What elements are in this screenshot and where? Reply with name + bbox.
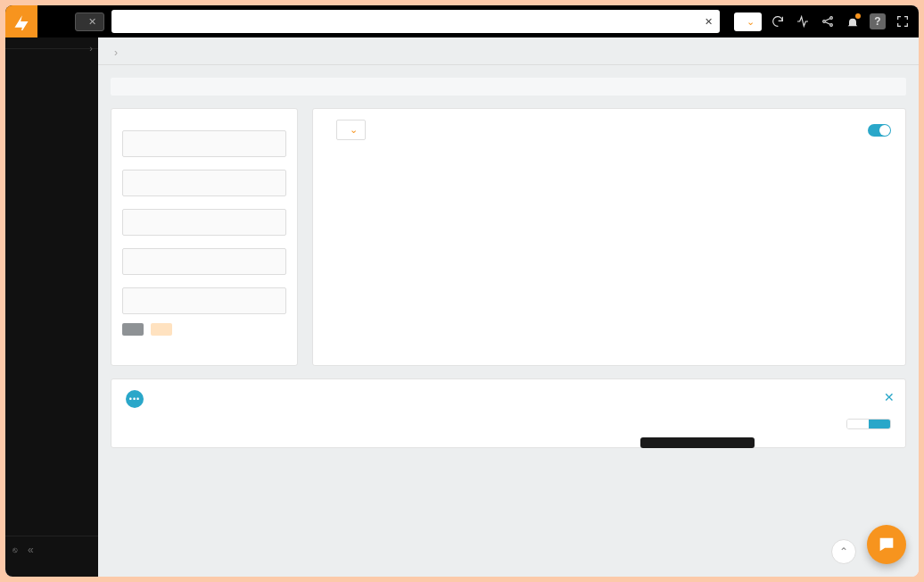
host-search-input[interactable]: ✕: [111, 10, 720, 33]
refresh-icon[interactable]: [769, 12, 787, 30]
filter-input-querytext[interactable]: [122, 130, 286, 157]
chevron-down-icon: ⌄: [350, 124, 358, 136]
svg-point-1: [830, 17, 833, 20]
bell-icon[interactable]: [844, 12, 862, 30]
main-content: ›: [98, 37, 919, 577]
close-icon[interactable]: ✕: [884, 390, 895, 404]
sidebar: › ⎋ «: [5, 37, 98, 577]
env-selector[interactable]: ›: [5, 37, 98, 49]
apply-button[interactable]: [151, 323, 172, 336]
chat-icon[interactable]: [867, 525, 906, 564]
time-range-select[interactable]: ⌄: [734, 12, 762, 31]
svg-point-2: [830, 24, 833, 27]
chart-tooltip: [640, 437, 755, 448]
filter-input-db[interactable]: [122, 209, 286, 236]
brand-logo[interactable]: [5, 5, 37, 37]
filter-input-user[interactable]: [122, 248, 286, 275]
host-filter-pill[interactable]: ✕: [75, 12, 104, 31]
copyright: [12, 561, 91, 570]
tabs: [98, 64, 919, 65]
signout-icon: ⎋: [12, 545, 17, 554]
live-icon[interactable]: [794, 12, 812, 30]
sample-info-panel: ✕ •••: [111, 378, 906, 448]
clear-icon[interactable]: ✕: [705, 16, 713, 28]
help-icon[interactable]: ?: [869, 12, 887, 30]
scroll-top-icon[interactable]: ⌃: [831, 539, 856, 564]
chart-x-axis: [327, 337, 891, 340]
show-samples-toggle[interactable]: [868, 124, 891, 137]
chart-panel: ⌄: [312, 108, 906, 366]
seg-table[interactable]: [847, 420, 869, 428]
clear-button[interactable]: [122, 323, 144, 336]
seg-json[interactable]: [869, 420, 890, 428]
svg-point-0: [823, 21, 826, 23]
breadcrumb: ›: [111, 46, 121, 59]
close-icon[interactable]: ✕: [88, 16, 96, 28]
chevron-right-icon: ›: [89, 43, 93, 54]
collapse-icon[interactable]: «: [28, 544, 34, 556]
filter-input-error[interactable]: [122, 170, 286, 196]
sample-badge-icon: •••: [126, 390, 144, 408]
latency-chart[interactable]: [327, 149, 891, 354]
filter-panel: [111, 108, 298, 366]
filter-input-origin[interactable]: [122, 287, 286, 314]
chevron-down-icon: ⌄: [747, 16, 755, 28]
explain-format-toggle: [846, 419, 891, 429]
sql-sample-text: [111, 78, 906, 96]
signout-button[interactable]: ⎋ «: [12, 544, 91, 556]
share-icon[interactable]: [819, 12, 837, 30]
metric-select[interactable]: ⌄: [336, 120, 366, 140]
fullscreen-icon[interactable]: [894, 12, 912, 30]
topbar: ✕ ✕ ⌄ ?: [5, 5, 919, 37]
